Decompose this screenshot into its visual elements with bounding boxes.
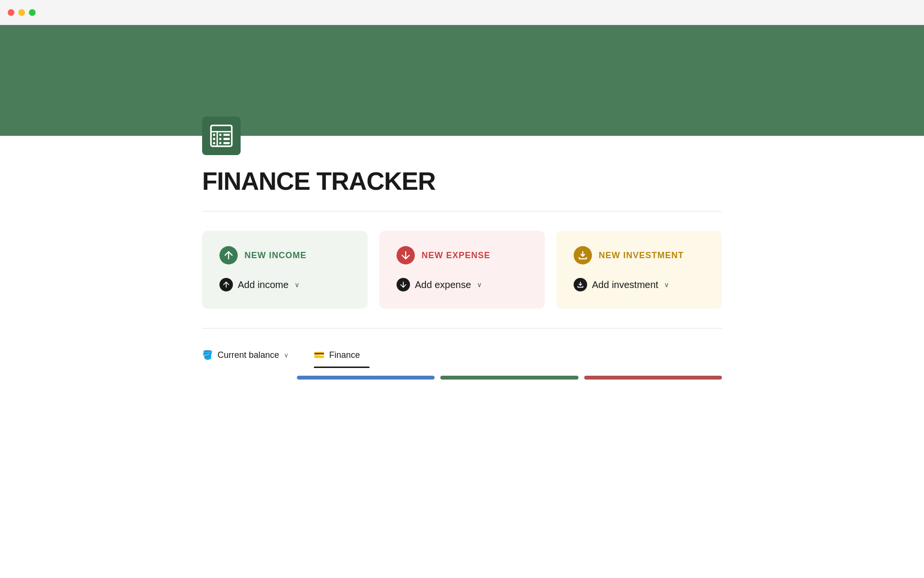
add-income-label: Add income <box>238 279 289 290</box>
table-bar-red <box>584 376 722 380</box>
expense-action-icon <box>397 278 410 291</box>
tab-current-balance[interactable]: 🪣 Current balance ∨ <box>202 344 298 368</box>
investment-down-icon <box>577 281 584 289</box>
page-title: FINANCE TRACKER <box>202 167 722 196</box>
svg-rect-11 <box>223 142 230 144</box>
finance-icon: 💳 <box>314 350 324 360</box>
add-investment-button[interactable]: Add investment ∨ <box>574 276 705 293</box>
add-expense-label: Add expense <box>415 279 471 290</box>
page-icon-area <box>202 117 722 155</box>
income-arrow-icon <box>223 250 234 261</box>
cards-row: NEW INCOME Add income ∨ NE <box>202 231 722 309</box>
expense-icon-circle <box>397 246 415 264</box>
expense-down-arrow-icon <box>399 281 407 289</box>
close-button[interactable] <box>8 9 14 16</box>
investment-card-header: NEW INVESTMENT <box>574 246 705 264</box>
investment-action-icon <box>574 278 587 291</box>
income-up-arrow-icon <box>222 281 230 289</box>
section-divider <box>202 211 722 211</box>
income-card-header: NEW INCOME <box>219 246 350 264</box>
expense-arrow-icon <box>400 250 411 261</box>
finance-label: Finance <box>329 350 360 360</box>
expense-card: NEW EXPENSE Add expense ∨ <box>379 231 545 309</box>
investment-download-icon <box>578 250 588 261</box>
main-content: FINANCE TRACKER NEW INCOME <box>125 117 799 380</box>
income-chevron-icon: ∨ <box>295 281 299 289</box>
current-balance-label: Current balance <box>218 350 279 360</box>
titlebar <box>0 0 924 25</box>
balance-icon: 🪣 <box>202 350 213 360</box>
tabs-row: 🪣 Current balance ∨ 💳 Finance <box>202 344 722 368</box>
expense-card-header: NEW EXPENSE <box>397 246 527 264</box>
income-icon-circle <box>219 246 238 264</box>
income-card: NEW INCOME Add income ∨ <box>202 231 368 309</box>
minimize-button[interactable] <box>18 9 25 16</box>
balance-chevron-icon: ∨ <box>284 352 289 359</box>
svg-rect-10 <box>219 142 221 144</box>
svg-rect-6 <box>213 138 215 140</box>
investment-icon-circle <box>574 246 592 264</box>
svg-rect-4 <box>219 134 221 136</box>
income-card-title: NEW INCOME <box>244 250 307 261</box>
table-preview <box>202 376 722 380</box>
svg-rect-5 <box>223 134 230 136</box>
maximize-button[interactable] <box>29 9 36 16</box>
svg-rect-8 <box>223 138 230 140</box>
add-investment-label: Add investment <box>592 279 658 290</box>
svg-rect-9 <box>213 142 215 144</box>
bottom-section: 🪣 Current balance ∨ 💳 Finance <box>202 328 722 380</box>
tab-finance[interactable]: 💳 Finance <box>314 344 370 368</box>
svg-rect-7 <box>219 138 221 140</box>
expense-card-title: NEW EXPENSE <box>422 250 490 261</box>
investment-card: NEW INVESTMENT Add investment ∨ <box>556 231 722 309</box>
table-bar-blue <box>297 376 435 380</box>
page-icon <box>202 117 241 155</box>
add-expense-button[interactable]: Add expense ∨ <box>397 276 527 293</box>
investment-card-title: NEW INVESTMENT <box>599 250 684 261</box>
income-action-icon <box>219 278 233 291</box>
investment-chevron-icon: ∨ <box>664 281 669 289</box>
svg-rect-3 <box>213 134 215 136</box>
table-bar-green <box>440 376 578 380</box>
table-spacer <box>202 376 285 380</box>
expense-chevron-icon: ∨ <box>477 281 482 289</box>
add-income-button[interactable]: Add income ∨ <box>219 276 350 293</box>
spreadsheet-icon <box>209 123 234 148</box>
